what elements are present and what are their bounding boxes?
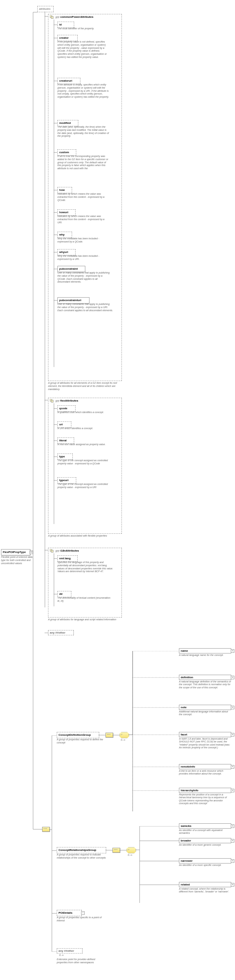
sequence-icon [112, 848, 120, 853]
el-facet: facet+In NAR 1.8 and later, facet is dep… [179, 732, 231, 749]
el-remoteInfo: remoteInfo+A link to an item or a web re… [179, 764, 231, 776]
grp-i18n-foot: A group of attributes for language and s… [48, 618, 121, 621]
el-hierarchyInfo: hierarchyInfo+Represents the position of… [179, 788, 231, 805]
expand-icon[interactable]: + [231, 649, 234, 653]
grp-common-foot: A group of attributes for all elements o… [48, 382, 121, 391]
choice-icon [126, 847, 136, 853]
svg-rect-26 [51, 550, 53, 552]
sequence-icon [42, 827, 50, 832]
group-conceptRelationships: ConceptRelationshipsGroup [57, 847, 106, 853]
root-type: FlexPOIPropType + [1, 549, 30, 555]
el-related: related+A related concept, where the rel… [179, 882, 231, 894]
expand-icon[interactable]: + [231, 706, 234, 709]
expand-icon[interactable]: + [231, 789, 234, 792]
group-conceptDefinition: ConceptDefinitionGroup [57, 732, 99, 738]
mult-label: 0..∞ [128, 854, 132, 856]
mult-label: 0..∞ [121, 738, 125, 741]
expand-icon[interactable]: + [231, 824, 234, 828]
root-desc: Flexible point-of-interest data type for… [1, 556, 33, 565]
svg-rect-17 [51, 400, 53, 402]
grp-i18n-title: i18nAttributes [60, 549, 79, 552]
el-definition: definition+A natural language definition… [179, 675, 231, 689]
any-other-element: any ##other [57, 948, 82, 953]
grp-flex-title: flexAttributes [60, 399, 78, 402]
el-name: name+A natural language name for the con… [179, 648, 231, 657]
expand-icon[interactable]: + [231, 883, 234, 886]
el-sameAs: sameAs+An identifier of a concept with e… [179, 823, 231, 835]
grp-common-title: commonPowerAttributes [60, 15, 93, 19]
choice-icon [120, 732, 129, 738]
svg-rect-2 [51, 16, 53, 19]
expand-icon[interactable]: + [231, 839, 234, 843]
grp-flex-foot: A group of attributes associated with fl… [48, 535, 121, 538]
expand-icon[interactable]: + [30, 550, 33, 554]
sequence-icon [106, 733, 113, 738]
expand-icon[interactable]: + [81, 911, 85, 915]
el-broader: broader+An identifier of a more generic … [179, 838, 231, 846]
attributes-label: attributes [37, 6, 54, 12]
el-POIDetails: POIDetails + [57, 910, 82, 916]
el-note: note+Additional natural language informa… [179, 705, 231, 716]
group-flexAttributes: grp flexAttributes [48, 398, 122, 534]
root-name: FlexPOIPropType [3, 550, 26, 554]
expand-icon[interactable]: + [231, 765, 234, 768]
mult-label: 0..∞ [59, 954, 64, 956]
el-narrower: narrower+An identifier of a more specifi… [179, 858, 231, 867]
any-other-attr: any ##other [48, 630, 74, 635]
expand-icon[interactable]: + [231, 859, 234, 863]
expand-icon[interactable]: + [231, 676, 234, 679]
expand-icon[interactable]: + [231, 733, 234, 737]
